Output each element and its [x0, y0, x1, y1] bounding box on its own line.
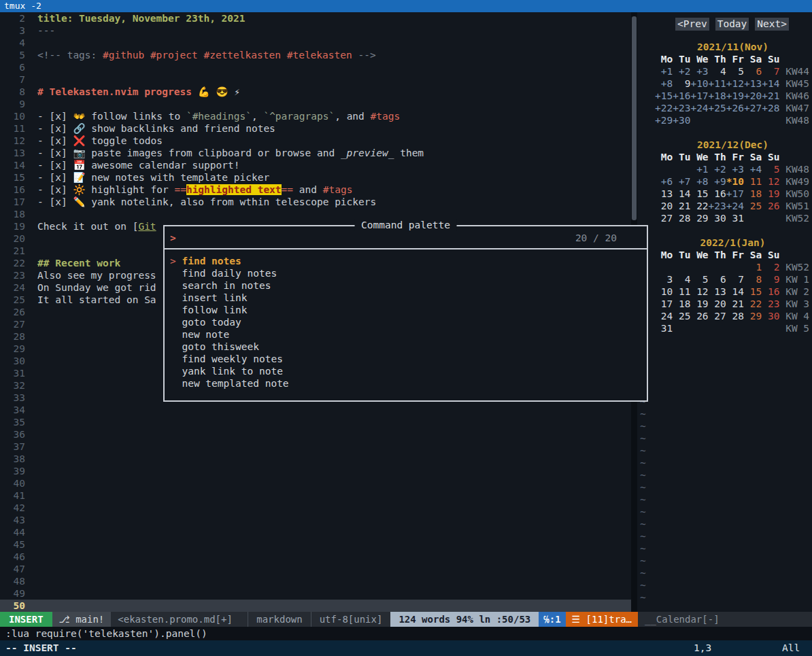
- palette-item[interactable]: >find notes: [170, 255, 647, 267]
- calendar-day[interactable]: 26: [690, 311, 708, 322]
- editor-line[interactable]: 42: [0, 502, 631, 514]
- calendar-day[interactable]: 28: [673, 213, 690, 224]
- calendar-day[interactable]: 6: [744, 66, 762, 77]
- calendar-day[interactable]: +3: [726, 164, 744, 175]
- calendar-day[interactable]: 25: [744, 201, 762, 211]
- calendar-day[interactable]: +16: [673, 90, 690, 101]
- editor-line[interactable]: 3---: [0, 24, 631, 37]
- calendar-day[interactable]: 7: [726, 274, 744, 285]
- scrollbar-thumb[interactable]: [632, 16, 637, 220]
- editor-line[interactable]: 12- [x] ❌ toggle todos: [0, 135, 631, 147]
- editor-line[interactable]: 14- [x] 📅 awesome calendar support!: [0, 159, 631, 171]
- editor-line[interactable]: 2title: Tuesday, November 23th, 2021: [0, 12, 631, 24]
- calendar-day[interactable]: +22: [655, 103, 673, 114]
- calendar-day[interactable]: +27: [744, 103, 762, 114]
- editor-line[interactable]: 44: [0, 526, 631, 538]
- palette-item[interactable]: new templated note: [170, 377, 647, 390]
- calendar-day[interactable]: 27: [655, 213, 673, 224]
- calendar-day[interactable]: 9: [673, 78, 690, 89]
- editor-line[interactable]: 39: [0, 465, 631, 477]
- calendar-day[interactable]: 22: [744, 298, 762, 309]
- palette-item[interactable]: search in notes: [170, 279, 647, 292]
- calendar-day[interactable]: +8: [690, 176, 708, 187]
- palette-item[interactable]: yank link to note: [170, 365, 647, 377]
- palette-item[interactable]: find weekly notes: [170, 353, 647, 365]
- calendar-day[interactable]: +8: [655, 78, 673, 89]
- calendar-day[interactable]: +17: [726, 188, 744, 199]
- calendar-day[interactable]: 17: [655, 298, 673, 309]
- palette-item[interactable]: goto thisweek: [170, 341, 647, 353]
- calendar-day[interactable]: +2: [709, 164, 726, 175]
- calendar-day[interactable]: 30: [709, 213, 726, 224]
- calendar-day[interactable]: 28: [726, 311, 744, 322]
- calendar-day[interactable]: +29: [655, 115, 673, 126]
- editor-line[interactable]: 40: [0, 477, 631, 489]
- editor-line[interactable]: 45: [0, 538, 631, 551]
- calendar-day[interactable]: 3: [655, 274, 673, 285]
- palette-item[interactable]: goto today: [170, 316, 647, 328]
- calendar-day[interactable]: +6: [655, 176, 673, 187]
- editor-line[interactable]: 34: [0, 404, 631, 416]
- calendar-day[interactable]: 5: [690, 274, 708, 285]
- editor-line[interactable]: 6: [0, 61, 631, 73]
- calendar-day[interactable]: 18: [744, 188, 762, 199]
- editor-line[interactable]: 10- [x] 👐 follow links to `#headings`, `…: [0, 110, 631, 122]
- calendar-day[interactable]: 30: [762, 311, 779, 322]
- editor-line[interactable]: 5<!-- tags: #github #project #zettelkast…: [0, 49, 631, 61]
- palette-item[interactable]: insert link: [170, 292, 647, 304]
- calendar-day[interactable]: 21: [673, 201, 690, 211]
- palette-prompt-row[interactable]: > 20 / 20: [165, 226, 647, 249]
- calendar-day[interactable]: +21: [762, 90, 779, 101]
- calendar-day[interactable]: +10: [690, 78, 708, 89]
- calendar-day[interactable]: +3: [690, 66, 708, 77]
- palette-item[interactable]: follow link: [170, 304, 647, 316]
- editor-line[interactable]: 4: [0, 37, 631, 49]
- calendar-day[interactable]: 29: [744, 311, 762, 322]
- calendar-day[interactable]: 5: [726, 66, 744, 77]
- next-button[interactable]: Next>: [755, 18, 789, 31]
- calendar-day[interactable]: +4: [744, 164, 762, 175]
- today-button[interactable]: Today: [715, 18, 749, 31]
- calendar-day[interactable]: +9: [709, 176, 726, 187]
- calendar-day[interactable]: +26: [726, 103, 744, 114]
- calendar-day[interactable]: +30: [673, 115, 690, 126]
- calendar-day[interactable]: +2: [673, 66, 690, 77]
- calendar-day[interactable]: 7: [762, 66, 779, 77]
- calendar-day[interactable]: 22: [690, 201, 708, 211]
- calendar-day[interactable]: +1: [655, 66, 673, 77]
- calendar-day[interactable]: +12: [726, 78, 744, 89]
- calendar-day[interactable]: 5: [762, 164, 779, 175]
- calendar-day[interactable]: 14: [673, 188, 690, 199]
- editor-line[interactable]: 36: [0, 428, 631, 441]
- calendar-day[interactable]: 4: [673, 274, 690, 285]
- calendar-day[interactable]: +14: [762, 78, 779, 89]
- calendar-day[interactable]: 13: [709, 286, 726, 297]
- calendar-day[interactable]: 12: [690, 286, 708, 297]
- calendar-day[interactable]: +18: [709, 90, 726, 101]
- calendar-day[interactable]: 14: [726, 286, 744, 297]
- calendar-day[interactable]: 16: [762, 286, 779, 297]
- calendar-day[interactable]: 15: [744, 286, 762, 297]
- editor-line[interactable]: 16- [x] 🔆 highlight for ==highlighted te…: [0, 184, 631, 196]
- calendar-day[interactable]: +25: [709, 103, 726, 114]
- calendar-day[interactable]: +7: [673, 176, 690, 187]
- calendar-day[interactable]: 2: [762, 262, 779, 273]
- editor-line[interactable]: 49: [0, 587, 631, 600]
- calendar-day[interactable]: +15: [655, 90, 673, 101]
- calendar-day[interactable]: 9: [762, 274, 779, 285]
- calendar-day[interactable]: 11: [673, 286, 690, 297]
- calendar-day[interactable]: +28: [762, 103, 779, 114]
- calendar-day[interactable]: 8: [744, 274, 762, 285]
- calendar-day[interactable]: +23: [673, 103, 690, 114]
- editor-line[interactable]: 17- [x] ✏️ yank notelink, also from wthi…: [0, 196, 631, 208]
- calendar-day[interactable]: 27: [709, 311, 726, 322]
- calendar-day[interactable]: 20: [709, 298, 726, 309]
- calendar-day[interactable]: 10: [655, 286, 673, 297]
- calendar-day[interactable]: 26: [762, 201, 779, 211]
- calendar-day[interactable]: 20: [655, 201, 673, 211]
- calendar-day[interactable]: +24: [726, 201, 744, 211]
- calendar-day[interactable]: 23: [762, 298, 779, 309]
- editor-line[interactable]: 38: [0, 453, 631, 465]
- calendar-day[interactable]: 25: [673, 311, 690, 322]
- editor-line[interactable]: 35: [0, 416, 631, 428]
